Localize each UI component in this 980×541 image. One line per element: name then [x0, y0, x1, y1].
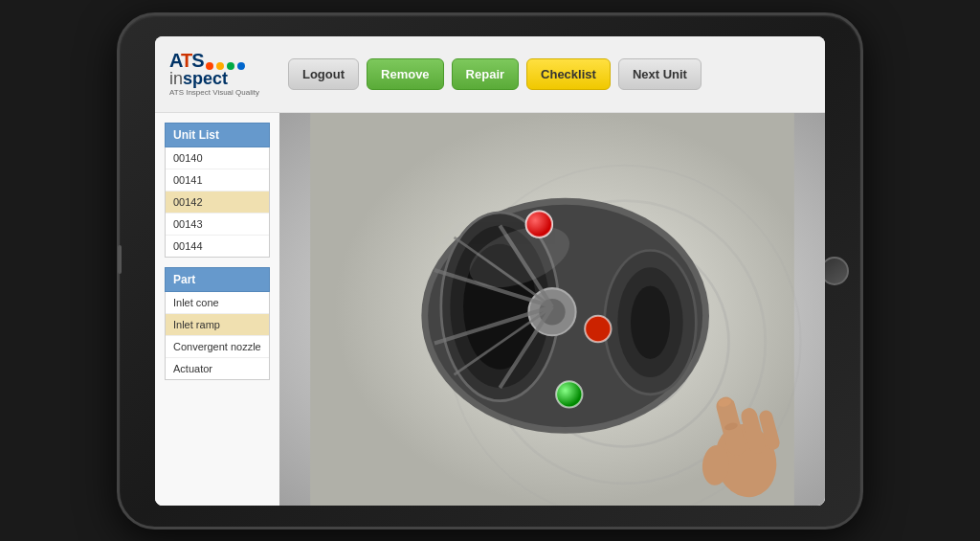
next-unit-button[interactable]: Next Unit: [618, 58, 702, 90]
checklist-button[interactable]: Checklist: [526, 58, 611, 90]
svg-point-24: [556, 381, 582, 407]
sidebar: Unit List 00140 00141 00142 00143 00144 …: [155, 113, 279, 506]
part-list-item-inlet-ramp[interactable]: Inlet ramp: [166, 314, 269, 336]
logo-inspect-text: inspect: [169, 70, 228, 87]
hand-overlay: [677, 343, 811, 506]
part-list-body: Inlet cone Inlet ramp Convergent nozzle …: [165, 292, 270, 380]
unit-list-item-00142[interactable]: 00142: [166, 192, 269, 214]
tablet-screen: ATS inspect ATS Inspect Visual Quality L…: [155, 36, 825, 506]
svg-point-25: [526, 211, 552, 237]
tablet-device: ATS inspect ATS Inspect Visual Quality L…: [117, 12, 863, 530]
unit-list-section: Unit List 00140 00141 00142 00143 00144: [165, 123, 270, 258]
app-header: ATS inspect ATS Inspect Visual Quality L…: [155, 36, 825, 113]
svg-point-14: [631, 285, 670, 359]
3d-viewport[interactable]: [279, 113, 825, 506]
side-button: [118, 245, 122, 274]
unit-list-item-00140[interactable]: 00140: [166, 147, 269, 169]
logo-tagline: ATS Inspect Visual Quality: [169, 88, 259, 97]
part-list-item-convergent-nozzle[interactable]: Convergent nozzle: [166, 336, 269, 358]
unit-list-header: Unit List: [165, 123, 270, 147]
unit-list-item-00144[interactable]: 00144: [166, 236, 269, 257]
repair-button[interactable]: Repair: [452, 58, 519, 90]
part-list-item-actuator[interactable]: Actuator: [166, 358, 269, 379]
unit-list-body: 00140 00141 00142 00143 00144: [165, 147, 270, 258]
part-list-section: Part Inlet cone Inlet ramp Convergent no…: [165, 267, 270, 380]
main-content: Unit List 00140 00141 00142 00143 00144 …: [155, 113, 825, 506]
svg-point-23: [585, 315, 611, 341]
header-buttons: Logout Remove Repair Checklist Next Unit: [288, 58, 702, 90]
unit-list-item-00143[interactable]: 00143: [166, 214, 269, 236]
unit-list-item-00141[interactable]: 00141: [166, 169, 269, 192]
logout-button[interactable]: Logout: [288, 58, 359, 90]
part-list-item-inlet-cone[interactable]: Inlet cone: [166, 292, 269, 314]
app-logo: ATS inspect ATS Inspect Visual Quality: [169, 51, 259, 97]
part-list-header: Part: [165, 267, 270, 292]
remove-button[interactable]: Remove: [367, 58, 444, 90]
logo-ats-text: ATS: [169, 51, 204, 70]
logo-dot-4: [237, 62, 245, 70]
